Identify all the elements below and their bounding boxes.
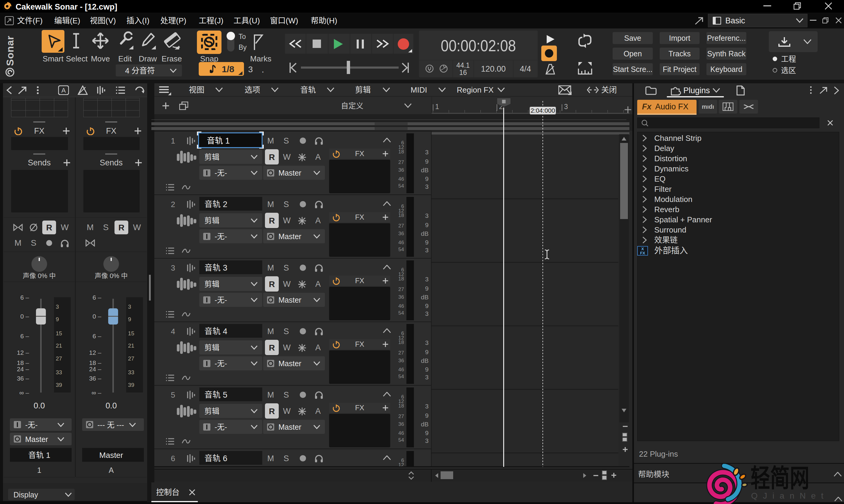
svg-text:X: X — [641, 247, 644, 251]
svg-text:FX: FX — [640, 251, 645, 255]
svg-text:A: A — [61, 87, 66, 94]
